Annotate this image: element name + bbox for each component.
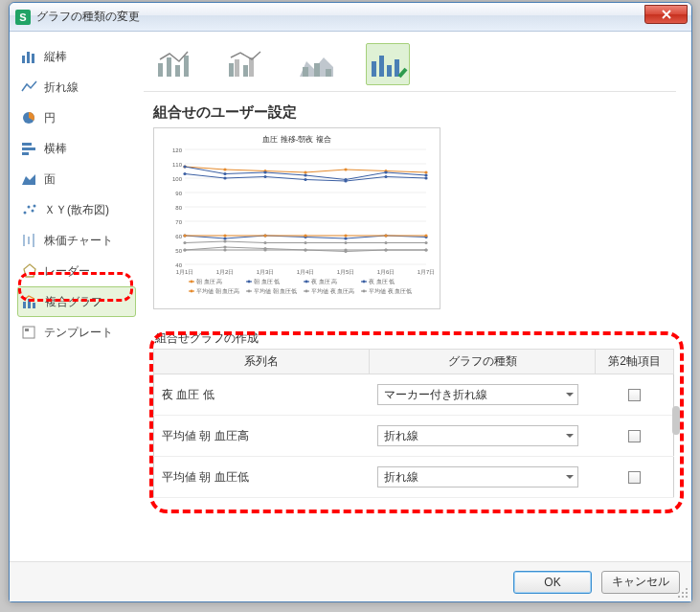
radar-chart-icon bbox=[21, 263, 38, 279]
table-row: 平均値 朝 血圧低 折れ線 bbox=[154, 457, 674, 498]
sidebar-item-label: 縦棒 bbox=[44, 49, 67, 65]
chart-type-select[interactable]: 折れ線 bbox=[377, 466, 578, 487]
svg-point-101 bbox=[263, 241, 266, 244]
svg-point-118 bbox=[384, 248, 387, 251]
chart-type-select[interactable]: 折れ線 bbox=[377, 425, 578, 446]
chart-preview: 血圧 推移-朝夜 複合4050607080901001101201月1日1月2日… bbox=[153, 127, 440, 309]
svg-point-81 bbox=[304, 178, 306, 181]
svg-rect-6 bbox=[22, 152, 29, 155]
bar-chart-icon bbox=[21, 141, 38, 156]
subtype-thumb-1[interactable] bbox=[153, 43, 197, 85]
titlebar[interactable]: S グラフの種類の変更 bbox=[10, 3, 691, 32]
sidebar-item-column[interactable]: 縦棒 bbox=[17, 41, 136, 72]
svg-point-77 bbox=[424, 173, 427, 176]
col-chart-type: グラフの種類 bbox=[370, 350, 596, 374]
svg-point-79 bbox=[223, 176, 226, 179]
axis2-checkbox[interactable] bbox=[628, 471, 641, 484]
sidebar-item-label: 円 bbox=[44, 110, 56, 126]
app-icon: S bbox=[15, 10, 31, 25]
scroll-thumb[interactable] bbox=[672, 406, 680, 435]
svg-text:1月7日: 1月7日 bbox=[418, 269, 436, 275]
sidebar-item-line[interactable]: 折れ線 bbox=[17, 72, 136, 102]
axis2-checkbox[interactable] bbox=[628, 430, 641, 442]
svg-point-84 bbox=[424, 176, 427, 179]
cancel-button[interactable]: キャンセル bbox=[601, 571, 680, 594]
subtype-thumb-3[interactable] bbox=[295, 43, 339, 85]
chevron-down-icon bbox=[566, 434, 574, 438]
template-icon bbox=[21, 325, 38, 340]
dialog-footer: OK キャンセル bbox=[10, 561, 691, 601]
svg-rect-5 bbox=[22, 147, 35, 150]
svg-text:平均値 夜 血圧高: 平均値 夜 血圧高 bbox=[311, 287, 354, 294]
sidebar-item-template[interactable]: テンプレート bbox=[17, 317, 136, 348]
series-table-wrap: 系列名 グラフの種類 第2軸項目 夜 血圧 低 マーカー付き折れ線 平均値 朝 … bbox=[153, 349, 674, 498]
svg-text:夜 血圧 高: 夜 血圧 高 bbox=[311, 278, 337, 284]
subtype-thumb-4[interactable] bbox=[366, 43, 410, 85]
main-panel: 組合せのユーザー設定 血圧 推移-朝夜 複合405060708090100110… bbox=[144, 32, 691, 561]
svg-rect-1 bbox=[27, 52, 30, 63]
svg-rect-33 bbox=[372, 61, 376, 77]
svg-point-149 bbox=[686, 596, 688, 598]
svg-rect-23 bbox=[175, 65, 180, 77]
svg-point-144 bbox=[686, 588, 688, 590]
sidebar-item-combo[interactable]: 複合グラフ bbox=[17, 286, 136, 317]
svg-point-119 bbox=[424, 248, 427, 251]
svg-point-89 bbox=[344, 237, 347, 239]
svg-rect-26 bbox=[235, 59, 239, 77]
sidebar-item-label: レーダー bbox=[44, 263, 90, 280]
sidebar-item-stock[interactable]: 株価チャート bbox=[17, 225, 136, 256]
table-scrollbar[interactable] bbox=[672, 360, 680, 509]
svg-text:100: 100 bbox=[172, 176, 183, 182]
sidebar-item-label: 複合グラフ bbox=[45, 294, 102, 310]
svg-point-124 bbox=[248, 281, 251, 283]
close-button[interactable] bbox=[644, 5, 688, 24]
svg-point-96 bbox=[344, 234, 347, 237]
svg-rect-25 bbox=[229, 63, 234, 77]
svg-text:夜 血圧 低: 夜 血圧 低 bbox=[369, 278, 395, 284]
sidebar-item-radar[interactable]: レーダー bbox=[17, 256, 136, 286]
svg-point-95 bbox=[304, 234, 306, 237]
svg-point-105 bbox=[424, 241, 427, 244]
svg-rect-34 bbox=[379, 56, 384, 77]
sidebar-item-label: 株価チャート bbox=[44, 233, 113, 249]
table-row: 平均値 朝 血圧高 折れ線 bbox=[154, 416, 674, 457]
svg-point-80 bbox=[263, 175, 266, 178]
svg-line-37 bbox=[399, 69, 406, 77]
svg-rect-18 bbox=[33, 303, 35, 308]
chart-type-select[interactable]: マーカー付き折れ線 bbox=[377, 384, 578, 405]
subtype-thumb-2[interactable] bbox=[224, 43, 268, 85]
svg-text:80: 80 bbox=[175, 205, 182, 211]
svg-point-136 bbox=[248, 290, 251, 293]
svg-text:1月3日: 1月3日 bbox=[257, 269, 275, 275]
sidebar-item-area[interactable]: 面 bbox=[17, 164, 136, 194]
svg-text:平均値 朝 血圧高: 平均値 朝 血圧高 bbox=[196, 287, 239, 294]
svg-point-102 bbox=[304, 241, 306, 244]
svg-text:40: 40 bbox=[175, 262, 182, 268]
axis2-checkbox[interactable] bbox=[628, 389, 641, 401]
svg-point-78 bbox=[183, 172, 186, 175]
svg-point-76 bbox=[384, 170, 387, 173]
svg-point-117 bbox=[344, 248, 347, 251]
ok-button[interactable]: OK bbox=[513, 571, 592, 594]
svg-text:110: 110 bbox=[172, 162, 183, 168]
svg-point-139 bbox=[305, 290, 308, 293]
svg-point-86 bbox=[223, 237, 226, 239]
svg-rect-19 bbox=[23, 327, 34, 338]
resize-grip-icon[interactable] bbox=[677, 587, 689, 599]
dialog-body: 縦棒 折れ線 円 横棒 面 ＸＹ(散布図) bbox=[10, 32, 691, 561]
svg-point-74 bbox=[304, 173, 306, 176]
table-title: 組合せグラフの作成 bbox=[155, 330, 682, 347]
svg-point-97 bbox=[384, 234, 387, 237]
pie-chart-icon bbox=[21, 110, 38, 125]
col-series-name: 系列名 bbox=[154, 350, 370, 374]
sidebar-item-bar[interactable]: 横棒 bbox=[17, 133, 136, 164]
svg-point-70 bbox=[424, 170, 427, 173]
sidebar-item-pie[interactable]: 円 bbox=[17, 102, 136, 133]
scatter-chart-icon bbox=[21, 202, 38, 217]
svg-rect-4 bbox=[22, 143, 32, 146]
sidebar-item-scatter[interactable]: ＸＹ(散布図) bbox=[17, 194, 136, 225]
line-chart-icon bbox=[21, 79, 38, 95]
svg-point-8 bbox=[24, 212, 27, 215]
svg-rect-36 bbox=[395, 59, 399, 77]
svg-point-83 bbox=[384, 175, 387, 178]
